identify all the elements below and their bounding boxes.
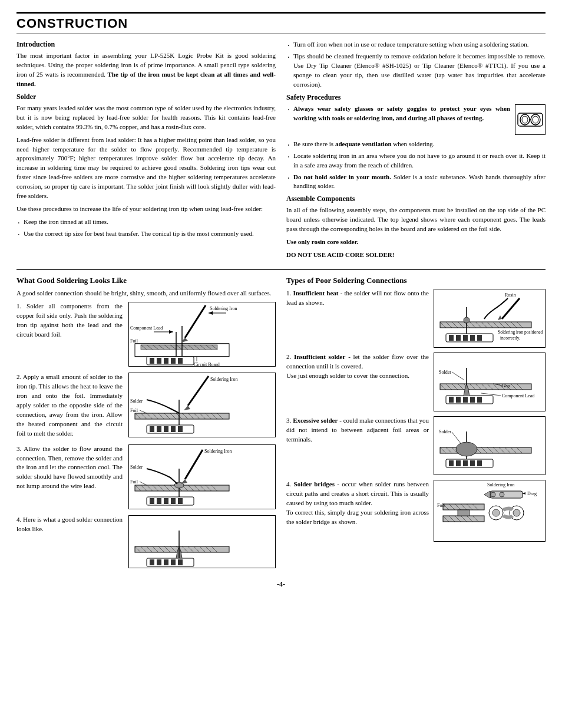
step2-svg: Soldering Iron Solder Foil bbox=[129, 373, 247, 437]
safety-bullet-2: Be sure there is adequate ventilation wh… bbox=[286, 140, 546, 149]
svg-rect-166 bbox=[449, 397, 454, 403]
svg-point-200 bbox=[456, 442, 477, 456]
svg-line-173 bbox=[452, 372, 464, 380]
svg-rect-24 bbox=[150, 358, 154, 364]
svg-rect-142 bbox=[470, 335, 475, 341]
svg-text:Solder: Solder bbox=[130, 465, 143, 470]
svg-line-202 bbox=[452, 432, 461, 443]
svg-rect-60 bbox=[157, 426, 161, 432]
svg-text:Foil: Foil bbox=[437, 503, 445, 508]
svg-rect-25 bbox=[157, 358, 161, 364]
intro-bullet-2: Tips should be cleaned frequently to rem… bbox=[286, 52, 546, 90]
svg-rect-226 bbox=[458, 510, 470, 516]
svg-rect-87 bbox=[150, 498, 154, 504]
svg-point-207 bbox=[500, 492, 504, 497]
svg-line-94 bbox=[185, 450, 203, 479]
svg-marker-37 bbox=[169, 330, 173, 334]
poor-text-1: 1. Insufficient heat - the solder will n… bbox=[286, 289, 429, 308]
svg-rect-140 bbox=[456, 335, 461, 341]
svg-rect-63 bbox=[178, 426, 183, 432]
svg-rect-167 bbox=[456, 397, 461, 403]
svg-line-177 bbox=[481, 393, 501, 396]
poor-svg-2: Solder Gap Component Lead bbox=[434, 353, 546, 411]
good-soldering-title: What Good Soldering Looks Like bbox=[16, 276, 276, 285]
poor-soldering-title: Types of Poor Soldering Connections bbox=[286, 276, 546, 285]
poor-diagram-3: Solder bbox=[434, 416, 546, 475]
svg-text:Foil: Foil bbox=[130, 338, 138, 344]
assemble-acid: DO NOT USE ACID CORE SOLDER! bbox=[286, 251, 546, 260]
good-soldering-section: What Good Soldering Looks Like A good so… bbox=[16, 276, 276, 574]
svg-rect-196 bbox=[463, 460, 468, 466]
poor-soldering-section: Types of Poor Soldering Connections 1. I… bbox=[286, 276, 546, 574]
svg-marker-210 bbox=[523, 492, 525, 495]
svg-line-65 bbox=[188, 376, 209, 406]
solder-p3: Use these procedures to increase the lif… bbox=[16, 205, 276, 214]
svg-marker-95 bbox=[181, 479, 187, 484]
poor-svg-3: Solder bbox=[434, 417, 546, 475]
svg-line-31 bbox=[185, 305, 206, 338]
svg-text:Soldering Iron: Soldering Iron bbox=[204, 449, 232, 454]
step3-svg: Soldering Iron Solder Foil bbox=[129, 445, 247, 509]
svg-rect-198 bbox=[477, 460, 482, 466]
left-column: Introduction The most important factor i… bbox=[16, 40, 276, 263]
svg-text:Component Lead: Component Lead bbox=[502, 393, 534, 398]
step1-diagram: Soldering Iron Component Lead Foil Circu… bbox=[128, 302, 276, 367]
svg-rect-119 bbox=[171, 559, 176, 565]
safety-heading: Safety Procedures bbox=[286, 93, 546, 102]
page: CONSTRUCTION Introduction The most impor… bbox=[0, 0, 562, 601]
safety-bullet-3: Locate soldering iron in an area where y… bbox=[286, 151, 546, 170]
svg-text:Soldering Iron: Soldering Iron bbox=[487, 482, 514, 487]
bottom-section: What Good Soldering Looks Like A good so… bbox=[16, 276, 546, 574]
poor-item-4: 4. Solder bridges - occur when solder ru… bbox=[286, 480, 546, 542]
svg-rect-139 bbox=[449, 335, 454, 341]
assembly-step-3: 3. Allow the solder to flow around the c… bbox=[16, 444, 276, 509]
poor-diagram-2: Solder Gap Component Lead bbox=[434, 353, 546, 411]
assemble-p1: In all of the following assembly steps, … bbox=[286, 206, 546, 234]
svg-point-230 bbox=[513, 509, 520, 516]
svg-text:Gap: Gap bbox=[502, 383, 510, 388]
intro-bullets: Turn off iron when not in use or reduce … bbox=[286, 40, 546, 90]
solder-heading: Solder bbox=[16, 93, 276, 101]
safety-bullets: Always wear safety glasses or safety gog… bbox=[286, 104, 546, 123]
svg-rect-169 bbox=[470, 397, 475, 403]
title-section: CONSTRUCTION bbox=[16, 12, 546, 34]
svg-text:Drag: Drag bbox=[527, 491, 537, 496]
step3-diagram: Soldering Iron Solder Foil bbox=[128, 444, 276, 509]
svg-rect-89 bbox=[164, 498, 168, 504]
svg-rect-118 bbox=[164, 559, 168, 565]
poor-item-3: 3. Excessive solder - could make connect… bbox=[286, 416, 546, 475]
poor-item-1: 1. Insufficient heat - the solder will n… bbox=[286, 289, 546, 348]
assembly-step-2: 2. Apply a small amount of solder to the… bbox=[16, 373, 276, 439]
svg-rect-120 bbox=[178, 559, 183, 565]
svg-rect-88 bbox=[157, 498, 161, 504]
svg-rect-28 bbox=[178, 358, 183, 364]
poor-text-2: 2. Insufficient solder - let the solder … bbox=[286, 353, 429, 381]
svg-rect-143 bbox=[477, 335, 482, 341]
svg-rect-116 bbox=[150, 559, 154, 565]
poor-diagram-1: Rosin bbox=[434, 289, 546, 348]
svg-rect-117 bbox=[157, 559, 161, 565]
intro-p1: The most important factor in assembling … bbox=[16, 51, 276, 89]
svg-rect-100 bbox=[135, 546, 229, 552]
poor-diagram-4: Soldering Iron Drag bbox=[434, 480, 546, 542]
svg-rect-194 bbox=[449, 460, 454, 466]
step3-text: 3. Allow the solder to flow around the c… bbox=[16, 444, 123, 492]
assemble-heading: Assemble Components bbox=[286, 195, 546, 203]
solder-p2: Lead-free solder is different from lead … bbox=[16, 136, 276, 202]
svg-text:incorrectly.: incorrectly. bbox=[500, 335, 520, 341]
step1-text: 1. Solder all components from the copper… bbox=[16, 302, 123, 340]
good-soldering-intro: A good solder connection should be brigh… bbox=[16, 289, 276, 298]
safety-bullets-2: Be sure there is adequate ventilation wh… bbox=[286, 140, 546, 192]
poor-text-3: 3. Excessive solder - could make connect… bbox=[286, 416, 429, 444]
two-col-layout: Introduction The most important factor i… bbox=[16, 40, 546, 263]
solder-bullets: Keep the iron tinned at all times. Use t… bbox=[16, 218, 276, 239]
svg-rect-26 bbox=[164, 358, 168, 364]
svg-rect-91 bbox=[178, 498, 183, 504]
intro-bullet-1: Turn off iron when not in use or reduce … bbox=[286, 40, 546, 50]
svg-marker-205 bbox=[484, 491, 490, 498]
step4-text: 4. Here is what a good solder connection… bbox=[16, 515, 123, 534]
svg-rect-141 bbox=[463, 335, 468, 341]
svg-text:Solder: Solder bbox=[439, 429, 451, 434]
solder-bullet-2: Use the correct tip size for best heat t… bbox=[16, 229, 276, 239]
svg-text:Foil: Foil bbox=[130, 479, 138, 485]
